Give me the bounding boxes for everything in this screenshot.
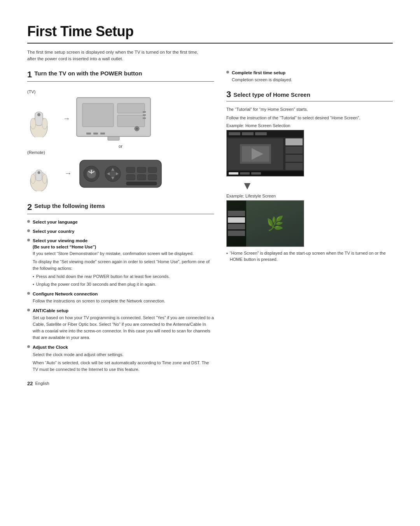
or-label: or bbox=[27, 144, 214, 149]
title-rule bbox=[27, 43, 393, 44]
svg-rect-12 bbox=[143, 117, 146, 119]
svg-rect-38 bbox=[126, 182, 157, 185]
language-bullet-row: Select your language bbox=[27, 219, 214, 225]
svg-rect-17 bbox=[100, 133, 105, 135]
sub-text-unplug: Unplug the power cord for 30 seconds and… bbox=[36, 281, 156, 288]
svg-point-20 bbox=[38, 171, 40, 174]
step2-rule bbox=[27, 214, 214, 214]
sidebar-item-active bbox=[285, 138, 303, 145]
bullet-language: Select your language bbox=[27, 219, 214, 225]
step1-number: 1 bbox=[27, 70, 32, 80]
tv-label: (TV) bbox=[27, 89, 214, 94]
bottom-note: • “Home Screen” is displayed as the star… bbox=[226, 250, 393, 263]
lifestyle-bg: 🌿 bbox=[227, 201, 304, 246]
bullet-network: Configure Network connection Follow the … bbox=[27, 291, 214, 304]
bottom-note-text: “Home Screen” is displayed as the start-… bbox=[230, 250, 393, 263]
flower-icon: 🌿 bbox=[266, 215, 284, 232]
svg-rect-7 bbox=[82, 103, 114, 127]
left-column: 1 Turn the TV on with the POWER button (… bbox=[27, 70, 214, 503]
bullet-country: Select your country bbox=[27, 228, 214, 234]
network-body: Follow the instructions on screen to com… bbox=[33, 298, 214, 304]
lifestyle-main: 🌿 bbox=[246, 201, 304, 246]
step3-rule bbox=[226, 101, 393, 101]
complete-body: Completion screen is displayed. bbox=[232, 77, 393, 83]
ant-dot bbox=[27, 309, 30, 311]
network-dot bbox=[27, 292, 30, 295]
svg-rect-15 bbox=[86, 133, 91, 135]
screen-top-bar bbox=[227, 130, 304, 137]
svg-rect-9 bbox=[117, 115, 145, 127]
svg-point-27 bbox=[110, 171, 116, 177]
step1-rule bbox=[27, 81, 214, 82]
example1-label: Example: Home Screen Selection bbox=[226, 123, 393, 128]
viewing-mode-bullet-row: Select your viewing mode bbox=[27, 238, 214, 244]
step3-number: 3 bbox=[226, 89, 231, 100]
svg-rect-8 bbox=[117, 103, 145, 113]
svg-rect-10 bbox=[143, 111, 146, 113]
remote-diagram: → bbox=[27, 156, 214, 191]
complete-label: Complete first time setup bbox=[232, 70, 285, 76]
svg-rect-6 bbox=[108, 136, 119, 140]
language-label: Select your language bbox=[33, 219, 78, 225]
screen-main-image bbox=[228, 138, 283, 170]
bullet-clock: Adjust the Clock Select the clock mode a… bbox=[27, 344, 214, 372]
bottom-note-bullet: • bbox=[226, 250, 228, 257]
ant-bullet-row: ANT/Cable setup bbox=[27, 308, 214, 314]
page-number: 22 bbox=[27, 381, 33, 386]
lifestyle-screen-mockup: 🌿 bbox=[226, 200, 304, 247]
step1-heading-row: 1 Turn the TV on with the POWER button bbox=[27, 70, 214, 80]
svg-rect-34 bbox=[148, 167, 157, 173]
bottom-item-2 bbox=[251, 172, 261, 175]
tv-diagram-area: (TV) → bbox=[27, 86, 214, 198]
step2-number: 2 bbox=[27, 202, 32, 212]
down-arrow-icon: ▼ bbox=[242, 180, 393, 192]
sidebar-item-3 bbox=[285, 163, 303, 170]
svg-point-14 bbox=[136, 128, 138, 130]
viewing-mode-body: To display the “Set viewing mode” screen… bbox=[33, 259, 214, 272]
svg-rect-33 bbox=[137, 167, 146, 173]
bullet-ant: ANT/Cable setup Set up based on how your… bbox=[27, 308, 214, 341]
ant-body: Set up based on how your TV programming … bbox=[33, 315, 214, 341]
network-label: Configure Network connection bbox=[33, 291, 98, 297]
tv-svg-area: → bbox=[27, 96, 214, 142]
page: First Time Setup The first time setup sc… bbox=[0, 0, 420, 526]
sub-dot-power: • bbox=[33, 273, 34, 280]
page-title: First Time Setup bbox=[27, 23, 393, 40]
svg-point-4 bbox=[42, 118, 47, 129]
tv-back-icon bbox=[75, 96, 152, 142]
hand-remote-icon bbox=[27, 156, 58, 191]
complete-bullet-section: Complete first time setup Completion scr… bbox=[226, 70, 393, 83]
clock-bullet-row: Adjust the Clock bbox=[27, 344, 214, 350]
sub-text-power: Press and hold down the rear POWER butto… bbox=[36, 273, 170, 280]
step3-heading-row: 3 Select type of Home Screen bbox=[226, 89, 393, 100]
home-screen-inner bbox=[227, 130, 304, 176]
country-label: Select your country bbox=[33, 228, 74, 234]
svg-rect-11 bbox=[143, 114, 146, 116]
clock-body1: Select the clock mode and adjust other s… bbox=[33, 351, 214, 358]
intro-text: The first time setup screen is displayed… bbox=[27, 49, 202, 63]
top-bar-item1 bbox=[229, 132, 240, 135]
sub-bullet-unplug: • Unplug the power cord for 30 seconds a… bbox=[33, 281, 214, 288]
sub-dot-unplug: • bbox=[33, 281, 34, 288]
ant-label: ANT/Cable setup bbox=[33, 308, 68, 314]
screen-bottom-bar bbox=[227, 171, 304, 176]
sidebar-item-1 bbox=[285, 147, 303, 154]
tutorial-text1: The “Tutorial” for “my Home Screen” star… bbox=[226, 106, 393, 113]
lifestyle-sidebar bbox=[227, 201, 246, 246]
ls-item-1 bbox=[228, 211, 245, 216]
bottom-item-1 bbox=[240, 172, 250, 175]
screen-image-svg bbox=[240, 144, 271, 164]
clock-body2: When “Auto” is selected, clock will be s… bbox=[33, 360, 214, 373]
tutorial-text2: Follow the instruction of the “Tutorial”… bbox=[226, 115, 393, 121]
hand-tv-icon bbox=[27, 100, 58, 137]
complete-bullet-row: Complete first time setup bbox=[226, 70, 393, 76]
svg-point-22 bbox=[42, 174, 47, 183]
svg-rect-32 bbox=[126, 167, 135, 173]
viewing-mode-dot bbox=[27, 239, 30, 241]
svg-rect-35 bbox=[126, 175, 135, 180]
step1-heading: Turn the TV on with the POWER button bbox=[34, 70, 142, 77]
step3-heading: Select type of Home Screen bbox=[233, 89, 310, 99]
step2-heading-row: 2 Setup the following items bbox=[27, 202, 214, 212]
remote-control-icon bbox=[78, 156, 163, 191]
country-bullet-row: Select your country bbox=[27, 228, 214, 234]
